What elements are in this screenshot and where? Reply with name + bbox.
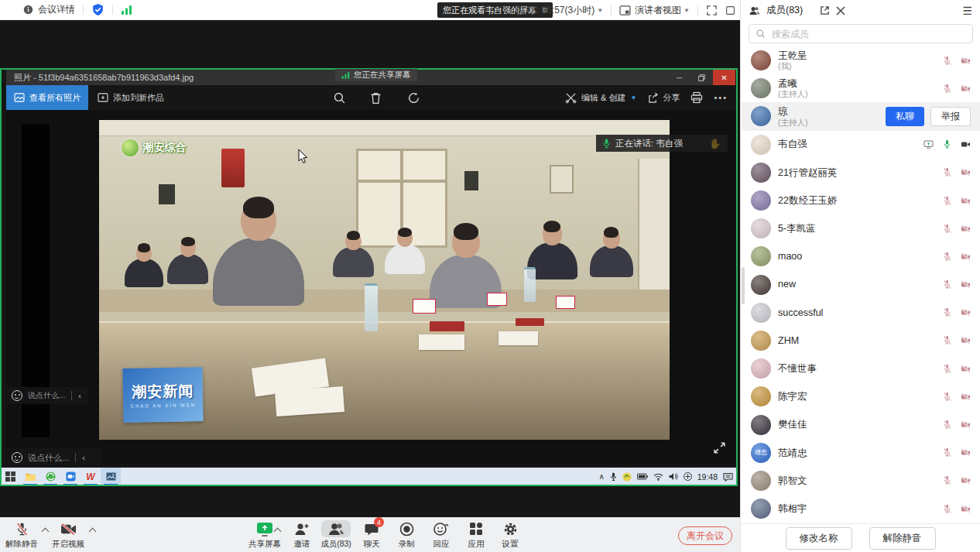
unmute-all-button[interactable]: 解除静音 <box>869 527 936 550</box>
camera-off-icon[interactable] <box>961 252 971 262</box>
mic-muted-icon[interactable] <box>942 224 952 234</box>
mic-muted-icon[interactable] <box>942 279 952 290</box>
taskbar-clock[interactable]: 19:48 <box>697 472 718 482</box>
member-row[interactable]: 樊佳佳 <box>742 410 980 438</box>
tray-speaker-icon[interactable] <box>669 472 678 481</box>
member-row[interactable]: 不懂世事 <box>742 355 980 382</box>
member-row[interactable]: ZHM <box>742 327 980 355</box>
tray-battery-icon[interactable] <box>637 473 648 480</box>
member-row[interactable]: successful <box>742 299 980 327</box>
camera-off-icon[interactable] <box>961 196 971 206</box>
member-search[interactable] <box>749 24 973 43</box>
security-shield-icon[interactable] <box>91 3 105 16</box>
camera-off-icon[interactable] <box>961 504 971 514</box>
chat-quick-bar[interactable]: 说点什么... ‹ <box>6 448 102 467</box>
mic-muted-icon[interactable] <box>942 420 952 430</box>
rotate-icon[interactable] <box>407 91 420 105</box>
mic-muted-icon[interactable] <box>942 447 952 458</box>
mic-muted-icon[interactable] <box>942 167 952 177</box>
zoom-icon[interactable] <box>333 91 346 105</box>
member-row[interactable]: 靖忠范靖忠 <box>742 439 980 467</box>
chat-quick-bar-small[interactable]: 说点什么... ‹ <box>6 387 88 404</box>
start-video-button[interactable]: 开启视频 <box>46 520 90 550</box>
camera-off-icon[interactable] <box>961 84 971 94</box>
private-chat-button[interactable]: 私聊 <box>886 107 924 126</box>
mic-muted-icon[interactable] <box>942 392 952 402</box>
network-signal-icon[interactable] <box>121 5 132 15</box>
camera-off-icon[interactable] <box>961 224 971 234</box>
print-icon[interactable] <box>690 91 703 104</box>
emoji-icon[interactable] <box>12 452 22 463</box>
camera-off-icon[interactable] <box>961 279 971 290</box>
tray-ime-icon[interactable] <box>684 472 692 481</box>
camera-off-icon[interactable] <box>961 335 971 345</box>
panel-toggle-icon[interactable] <box>725 5 735 15</box>
mic-muted-icon[interactable] <box>942 364 952 374</box>
camera-on-icon[interactable] <box>961 139 971 149</box>
duration-dropdown[interactable]: ▼ <box>597 7 603 14</box>
view-mode-dropdown[interactable]: ▼ <box>684 7 690 14</box>
report-button[interactable]: 举报 <box>930 107 971 126</box>
camera-off-icon[interactable] <box>961 420 971 430</box>
member-row[interactable]: 琼(主持人)私聊举报 <box>742 102 980 130</box>
unmute-button[interactable]: 解除静音 <box>0 520 43 550</box>
tray-expand-icon[interactable]: ∧ <box>598 472 604 481</box>
member-row[interactable]: new <box>742 271 980 299</box>
leave-meeting-button[interactable]: 离开会议 <box>678 526 732 545</box>
member-row[interactable]: 韩相宇 <box>742 495 980 523</box>
share-button[interactable]: 分享 <box>647 92 680 104</box>
fullscreen-icon[interactable] <box>706 5 718 16</box>
meeting-app-icon[interactable] <box>60 468 81 485</box>
collapse-chat-icon[interactable]: ‹ <box>82 453 85 462</box>
emoji-icon[interactable] <box>12 390 22 401</box>
mic-muted-icon[interactable] <box>942 475 952 485</box>
tray-360-icon[interactable] <box>622 472 632 482</box>
edit-create-button[interactable]: 编辑 & 创建 ▼ <box>565 92 636 104</box>
member-row[interactable]: 5-李凯蓝 <box>742 214 980 242</box>
more-options-icon[interactable]: ••• <box>714 93 728 102</box>
window-restore-button[interactable] <box>690 70 713 85</box>
camera-off-icon[interactable] <box>961 167 971 177</box>
member-search-input[interactable] <box>770 28 966 40</box>
camera-off-icon[interactable] <box>961 307 971 317</box>
mic-muted-icon[interactable] <box>942 252 952 262</box>
member-row[interactable]: maoo <box>742 242 980 270</box>
windows-start-button[interactable] <box>0 468 20 485</box>
add-to-album-button[interactable]: 添加到新作品 <box>88 85 173 110</box>
member-row[interactable]: 郭智文 <box>742 467 980 495</box>
delete-icon[interactable] <box>370 91 382 105</box>
member-row[interactable]: 22数经王玉娇 <box>742 187 980 214</box>
window-close-button[interactable]: ✕ <box>713 70 735 85</box>
popout-panel-icon[interactable] <box>820 5 830 15</box>
panel-scrollbar[interactable] <box>742 267 745 304</box>
wps-icon[interactable]: W <box>81 468 101 485</box>
camera-off-icon[interactable] <box>961 392 971 402</box>
view-all-photos-button[interactable]: 查看所有照片 <box>6 85 88 110</box>
mic-muted-icon[interactable] <box>942 307 952 317</box>
video-options-caret[interactable] <box>89 528 97 536</box>
camera-off-icon[interactable] <box>961 475 971 485</box>
member-row[interactable]: 韦自强 <box>742 131 980 159</box>
browser-icon[interactable] <box>40 468 60 485</box>
collapse-chat-icon[interactable]: ‹ <box>78 391 81 400</box>
tray-wifi-icon[interactable] <box>653 473 663 481</box>
member-row[interactable]: 陈宇宏 <box>742 382 980 410</box>
mic-muted-icon[interactable] <box>942 335 952 345</box>
action-center-icon[interactable] <box>723 472 733 482</box>
member-row[interactable]: 21行管赵丽英 <box>742 159 980 187</box>
mic-muted-icon[interactable] <box>942 84 952 94</box>
mic-muted-icon[interactable] <box>942 504 952 514</box>
camera-off-icon[interactable] <box>961 56 971 66</box>
mic-muted-icon[interactable] <box>942 56 952 66</box>
window-minimize-button[interactable]: ─ <box>668 70 690 85</box>
member-row[interactable]: 孟曦(主持人) <box>742 74 980 102</box>
camera-off-icon[interactable] <box>961 364 971 374</box>
member-row[interactable]: 王乾呈(我) <box>742 46 980 74</box>
expand-view-icon[interactable] <box>713 441 726 454</box>
mic-on-icon[interactable] <box>942 139 952 149</box>
file-explorer-icon[interactable] <box>20 468 40 485</box>
photos-app-icon[interactable] <box>101 468 121 485</box>
meeting-details[interactable]: 会议详情 <box>23 3 75 16</box>
rename-button[interactable]: 修改名称 <box>786 527 852 550</box>
settings-button[interactable]: 设置 <box>488 520 532 550</box>
